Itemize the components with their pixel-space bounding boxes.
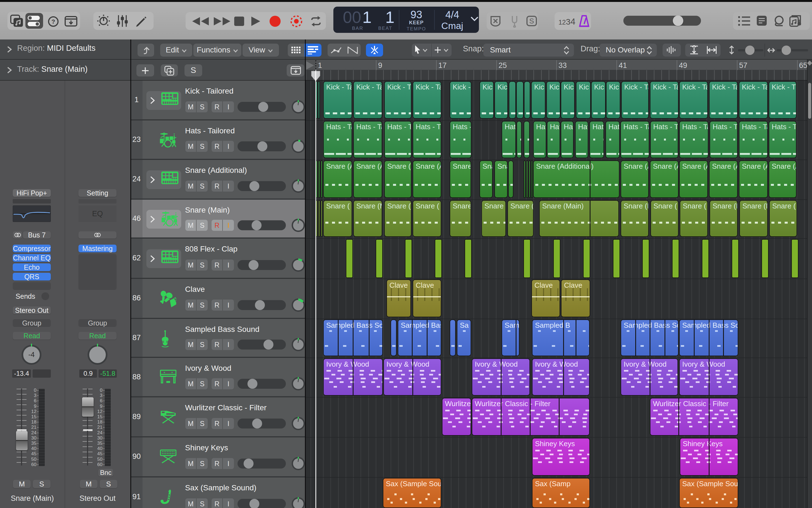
svg-text:?: ? [51,18,55,25]
svg-text:S: S [529,17,534,25]
